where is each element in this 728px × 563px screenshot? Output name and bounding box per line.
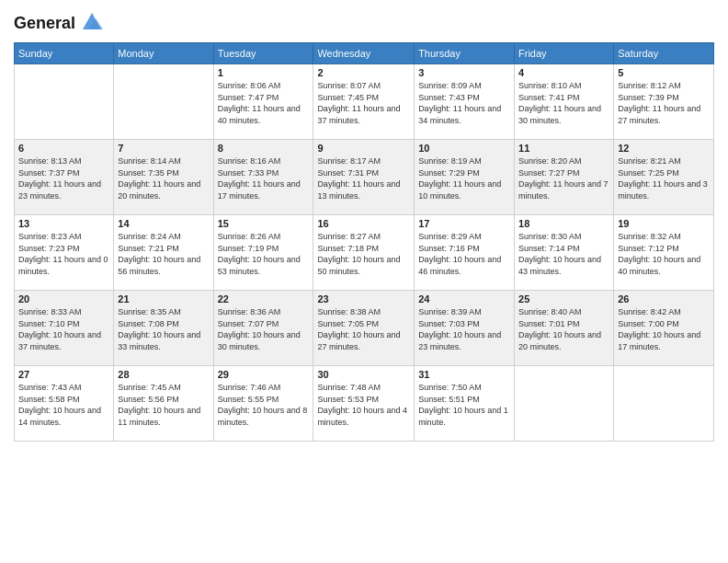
calendar-cell: 27Sunrise: 7:43 AM Sunset: 5:58 PM Dayli… xyxy=(15,366,114,442)
day-info: Sunrise: 8:30 AM Sunset: 7:14 PM Dayligh… xyxy=(518,231,609,277)
calendar-cell: 12Sunrise: 8:21 AM Sunset: 7:25 PM Dayli… xyxy=(614,140,714,215)
day-info: Sunrise: 7:48 AM Sunset: 5:53 PM Dayligh… xyxy=(317,382,410,428)
calendar-cell: 4Sunrise: 8:10 AM Sunset: 7:41 PM Daylig… xyxy=(515,64,614,140)
calendar-cell: 10Sunrise: 8:19 AM Sunset: 7:29 PM Dayli… xyxy=(415,140,515,215)
calendar-cell xyxy=(515,366,614,442)
day-number: 2 xyxy=(317,67,410,78)
calendar-cell: 8Sunrise: 8:16 AM Sunset: 7:33 PM Daylig… xyxy=(213,140,313,215)
day-info: Sunrise: 8:20 AM Sunset: 7:27 PM Dayligh… xyxy=(518,155,609,201)
day-info: Sunrise: 8:35 AM Sunset: 7:08 PM Dayligh… xyxy=(118,306,209,352)
calendar-cell: 22Sunrise: 8:36 AM Sunset: 7:07 PM Dayli… xyxy=(213,291,313,366)
day-number: 9 xyxy=(317,143,410,154)
day-number: 29 xyxy=(218,369,310,380)
calendar-cell xyxy=(15,64,114,140)
day-info: Sunrise: 8:17 AM Sunset: 7:31 PM Dayligh… xyxy=(317,155,410,201)
calendar-cell: 7Sunrise: 8:14 AM Sunset: 7:35 PM Daylig… xyxy=(114,140,213,215)
calendar-cell: 31Sunrise: 7:50 AM Sunset: 5:51 PM Dayli… xyxy=(415,366,515,442)
day-number: 20 xyxy=(18,293,109,304)
weekday-header-sunday: Sunday xyxy=(15,43,114,64)
day-info: Sunrise: 8:10 AM Sunset: 7:41 PM Dayligh… xyxy=(518,80,609,126)
day-number: 27 xyxy=(18,369,109,380)
day-number: 3 xyxy=(418,67,510,78)
day-number: 13 xyxy=(18,218,109,229)
day-info: Sunrise: 8:29 AM Sunset: 7:16 PM Dayligh… xyxy=(418,231,510,277)
day-info: Sunrise: 8:12 AM Sunset: 7:39 PM Dayligh… xyxy=(618,80,710,126)
day-number: 1 xyxy=(218,67,310,78)
weekday-header-saturday: Saturday xyxy=(614,43,714,64)
day-info: Sunrise: 8:40 AM Sunset: 7:01 PM Dayligh… xyxy=(518,306,609,352)
day-info: Sunrise: 8:27 AM Sunset: 7:18 PM Dayligh… xyxy=(317,231,410,277)
day-number: 26 xyxy=(618,293,710,304)
day-number: 19 xyxy=(618,218,710,229)
calendar-cell: 13Sunrise: 8:23 AM Sunset: 7:23 PM Dayli… xyxy=(15,215,114,291)
day-info: Sunrise: 8:32 AM Sunset: 7:12 PM Dayligh… xyxy=(618,231,710,277)
day-number: 4 xyxy=(518,67,609,78)
day-info: Sunrise: 8:13 AM Sunset: 7:37 PM Dayligh… xyxy=(18,155,109,201)
day-info: Sunrise: 8:21 AM Sunset: 7:25 PM Dayligh… xyxy=(618,155,710,201)
day-number: 22 xyxy=(218,293,310,304)
day-number: 18 xyxy=(518,218,609,229)
day-info: Sunrise: 8:06 AM Sunset: 7:47 PM Dayligh… xyxy=(218,80,310,126)
day-number: 17 xyxy=(418,218,510,229)
day-number: 25 xyxy=(518,293,609,304)
calendar-cell: 25Sunrise: 8:40 AM Sunset: 7:01 PM Dayli… xyxy=(515,291,614,366)
day-number: 6 xyxy=(18,143,109,154)
day-info: Sunrise: 8:23 AM Sunset: 7:23 PM Dayligh… xyxy=(18,231,109,277)
day-info: Sunrise: 7:43 AM Sunset: 5:58 PM Dayligh… xyxy=(18,382,109,428)
day-number: 30 xyxy=(317,369,410,380)
day-number: 24 xyxy=(418,293,510,304)
logo-text: General xyxy=(14,15,75,33)
calendar-week-3: 13Sunrise: 8:23 AM Sunset: 7:23 PM Dayli… xyxy=(15,215,714,291)
calendar-cell: 24Sunrise: 8:39 AM Sunset: 7:03 PM Dayli… xyxy=(415,291,515,366)
weekday-header-thursday: Thursday xyxy=(415,43,515,64)
calendar-cell: 16Sunrise: 8:27 AM Sunset: 7:18 PM Dayli… xyxy=(313,215,415,291)
day-number: 14 xyxy=(118,218,209,229)
day-info: Sunrise: 8:36 AM Sunset: 7:07 PM Dayligh… xyxy=(218,306,310,352)
calendar-table: SundayMondayTuesdayWednesdayThursdayFrid… xyxy=(14,42,714,442)
calendar-cell: 15Sunrise: 8:26 AM Sunset: 7:19 PM Dayli… xyxy=(213,215,313,291)
day-info: Sunrise: 8:26 AM Sunset: 7:19 PM Dayligh… xyxy=(218,231,310,277)
day-number: 16 xyxy=(317,218,410,229)
day-info: Sunrise: 7:46 AM Sunset: 5:55 PM Dayligh… xyxy=(218,382,310,428)
weekday-header-monday: Monday xyxy=(114,43,213,64)
day-number: 15 xyxy=(218,218,310,229)
calendar-cell: 29Sunrise: 7:46 AM Sunset: 5:55 PM Dayli… xyxy=(213,366,313,442)
calendar-week-2: 6Sunrise: 8:13 AM Sunset: 7:37 PM Daylig… xyxy=(15,140,714,215)
calendar-cell: 2Sunrise: 8:07 AM Sunset: 7:45 PM Daylig… xyxy=(313,64,415,140)
day-info: Sunrise: 8:33 AM Sunset: 7:10 PM Dayligh… xyxy=(18,306,109,352)
day-number: 31 xyxy=(418,369,510,380)
calendar-cell: 6Sunrise: 8:13 AM Sunset: 7:37 PM Daylig… xyxy=(15,140,114,215)
day-info: Sunrise: 8:14 AM Sunset: 7:35 PM Dayligh… xyxy=(118,155,209,201)
day-number: 5 xyxy=(618,67,710,78)
day-info: Sunrise: 8:42 AM Sunset: 7:00 PM Dayligh… xyxy=(618,306,710,352)
weekday-header-tuesday: Tuesday xyxy=(213,43,313,64)
calendar-cell: 1Sunrise: 8:06 AM Sunset: 7:47 PM Daylig… xyxy=(213,64,313,140)
day-info: Sunrise: 8:16 AM Sunset: 7:33 PM Dayligh… xyxy=(218,155,310,201)
day-info: Sunrise: 8:07 AM Sunset: 7:45 PM Dayligh… xyxy=(317,80,410,126)
calendar-cell xyxy=(614,366,714,442)
day-number: 7 xyxy=(118,143,209,154)
day-number: 8 xyxy=(218,143,310,154)
day-info: Sunrise: 8:19 AM Sunset: 7:29 PM Dayligh… xyxy=(418,155,510,201)
calendar-cell: 26Sunrise: 8:42 AM Sunset: 7:00 PM Dayli… xyxy=(614,291,714,366)
day-number: 23 xyxy=(317,293,410,304)
logo-icon xyxy=(79,9,105,35)
calendar-cell: 18Sunrise: 8:30 AM Sunset: 7:14 PM Dayli… xyxy=(515,215,614,291)
weekday-header-friday: Friday xyxy=(515,43,614,64)
calendar-cell: 9Sunrise: 8:17 AM Sunset: 7:31 PM Daylig… xyxy=(313,140,415,215)
weekday-header-wednesday: Wednesday xyxy=(313,43,415,64)
calendar-cell: 19Sunrise: 8:32 AM Sunset: 7:12 PM Dayli… xyxy=(614,215,714,291)
day-info: Sunrise: 8:09 AM Sunset: 7:43 PM Dayligh… xyxy=(418,80,510,126)
calendar-cell: 20Sunrise: 8:33 AM Sunset: 7:10 PM Dayli… xyxy=(15,291,114,366)
day-info: Sunrise: 7:45 AM Sunset: 5:56 PM Dayligh… xyxy=(118,382,209,428)
day-number: 10 xyxy=(418,143,510,154)
day-info: Sunrise: 8:39 AM Sunset: 7:03 PM Dayligh… xyxy=(418,306,510,352)
calendar-cell: 5Sunrise: 8:12 AM Sunset: 7:39 PM Daylig… xyxy=(614,64,714,140)
day-number: 21 xyxy=(118,293,209,304)
day-info: Sunrise: 8:24 AM Sunset: 7:21 PM Dayligh… xyxy=(118,231,209,277)
calendar-week-4: 20Sunrise: 8:33 AM Sunset: 7:10 PM Dayli… xyxy=(15,291,714,366)
calendar-cell: 14Sunrise: 8:24 AM Sunset: 7:21 PM Dayli… xyxy=(114,215,213,291)
calendar-week-1: 1Sunrise: 8:06 AM Sunset: 7:47 PM Daylig… xyxy=(15,64,714,140)
calendar-cell: 28Sunrise: 7:45 AM Sunset: 5:56 PM Dayli… xyxy=(114,366,213,442)
calendar-cell: 23Sunrise: 8:38 AM Sunset: 7:05 PM Dayli… xyxy=(313,291,415,366)
